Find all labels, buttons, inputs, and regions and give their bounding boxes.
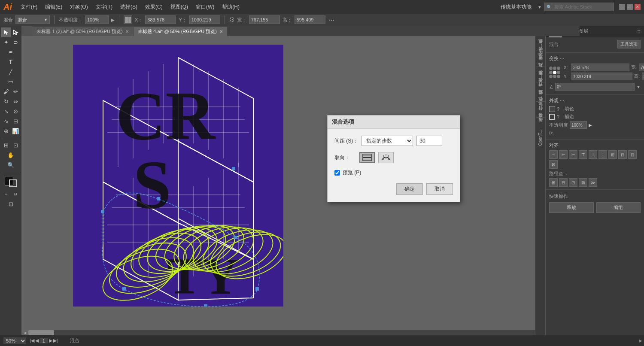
menu-select[interactable]: 选择(S): [117, 2, 141, 12]
color-guide-panel-toggle[interactable]: 颜色参...: [538, 42, 544, 49]
distribute-v-btn[interactable]: ⊟: [618, 150, 627, 159]
pathfinder-intersect-btn[interactable]: ⊡: [569, 178, 577, 187]
type-tool[interactable]: T: [1, 57, 20, 67]
paragraph-panel-toggle[interactable]: 段落: [538, 124, 544, 127]
appearance-panel-toggle[interactable]: 外观: [538, 69, 544, 72]
distribute-space-h-btn[interactable]: ⊡: [628, 150, 637, 159]
dialog-ok-btn[interactable]: 确定: [396, 183, 423, 195]
tab-0-close[interactable]: ✕: [125, 29, 129, 34]
transform-panel-toggle[interactable]: 变换: [538, 84, 544, 88]
pen-tool[interactable]: ✒: [1, 47, 20, 57]
opacity-input[interactable]: [85, 15, 109, 24]
distribute-h-btn[interactable]: ⊞: [608, 150, 617, 159]
brushes-panel-toggle[interactable]: 画笔: [538, 108, 544, 111]
align-left-btn[interactable]: ⊣: [549, 150, 558, 159]
opacity-chevron[interactable]: ▶: [111, 18, 115, 22]
dialog-cancel-btn[interactable]: 取消: [426, 183, 453, 195]
paintbrush-tool[interactable]: 🖌: [1, 87, 11, 96]
swatches-panel-toggle[interactable]: 色板: [538, 103, 544, 107]
preview-checkbox[interactable]: [334, 170, 340, 176]
status-right-arrow[interactable]: ▶: [639, 338, 642, 343]
zoom-tool[interactable]: 🔍: [1, 160, 20, 170]
menu-file[interactable]: 文件(F): [17, 2, 41, 12]
default-colors[interactable]: ⊟: [11, 189, 20, 199]
stock-search-input[interactable]: [552, 3, 612, 10]
symbols-panel-toggle[interactable]: 符号: [538, 112, 544, 115]
free-transform-tool[interactable]: ⊟: [11, 116, 20, 126]
align-top-btn[interactable]: ⊤: [579, 150, 587, 159]
orient-btn-1[interactable]: [359, 152, 375, 163]
angle-input[interactable]: [555, 83, 635, 91]
pathfinder-more-btn[interactable]: ≫: [589, 178, 597, 187]
menu-object[interactable]: 对象(O): [67, 2, 91, 12]
column-graph-tool[interactable]: 📊: [11, 126, 20, 136]
hand-tool[interactable]: ✋: [1, 150, 20, 160]
stroke-swatch[interactable]: [549, 114, 555, 120]
spacing-value-input[interactable]: [416, 136, 442, 146]
pathfinder-unite-btn[interactable]: ⊞: [549, 178, 558, 187]
orient-btn-2[interactable]: [378, 152, 394, 163]
character-panel-toggle[interactable]: 字符: [538, 119, 544, 123]
align-center-h-btn[interactable]: ⊢: [559, 150, 568, 159]
change-screen-mode[interactable]: ⊡: [1, 199, 20, 209]
menu-view[interactable]: 视图(Q): [167, 2, 191, 12]
rect-tool[interactable]: ▭: [1, 77, 20, 86]
transform-proxy[interactable]: [124, 15, 132, 24]
w-coord-input[interactable]: [639, 64, 644, 71]
horizontal-scrollbar[interactable]: ◀ ▶: [21, 330, 572, 335]
menu-help[interactable]: 帮助(H): [219, 2, 243, 12]
close-btn[interactable]: ✕: [635, 4, 641, 10]
tab-0[interactable]: 未标题-1 (2).ai* @ 50% (RGB/GPU 预览) ✕: [32, 27, 134, 36]
stroke-panel-toggle[interactable]: 描边: [538, 53, 544, 56]
blend-mode-selector[interactable]: 混合 ▼: [15, 15, 50, 24]
more-options-btn[interactable]: ⋯: [328, 16, 335, 24]
y-input[interactable]: [189, 15, 220, 24]
maximize-btn[interactable]: □: [627, 4, 633, 10]
opacity-input-pp[interactable]: [570, 121, 587, 129]
toggle-fill-stroke[interactable]: ↔: [1, 189, 11, 199]
menu-effect[interactable]: 效果(C): [142, 2, 166, 12]
transform-reference-grid[interactable]: [549, 67, 560, 79]
shear-tool[interactable]: ⊘: [11, 106, 20, 116]
scale-tool[interactable]: ⤡: [1, 106, 11, 116]
minimize-btn[interactable]: —: [619, 4, 625, 10]
symbol-spray-tool[interactable]: ⊕: [1, 126, 11, 136]
x-input[interactable]: [145, 15, 176, 24]
rotate-tool[interactable]: ↻: [1, 97, 11, 106]
menu-window[interactable]: 窗口(W): [192, 2, 218, 12]
align-right-btn[interactable]: ⊢: [569, 150, 577, 159]
pathfinder-panel-toggle[interactable]: 路径查...: [538, 93, 544, 100]
lasso-tool[interactable]: ⊃: [11, 37, 20, 47]
opacity-expand-btn[interactable]: ▶: [589, 123, 592, 127]
menu-edit[interactable]: 编辑(E): [42, 2, 66, 12]
angle-chevron[interactable]: ▼: [636, 85, 641, 89]
magic-wand-tool[interactable]: ✦: [1, 37, 11, 47]
pathfinder-exclude-btn[interactable]: ⊠: [579, 178, 587, 187]
fill-stroke-indicator[interactable]: [3, 175, 18, 188]
workspace-selector[interactable]: 传统基本功能: [497, 2, 535, 12]
transform-more-btn[interactable]: ⋯: [560, 56, 564, 61]
artboard-tool[interactable]: ⊞: [1, 140, 11, 150]
fill-swatch[interactable]: [549, 106, 555, 112]
align-center-v-btn[interactable]: ⊥: [589, 150, 597, 159]
graphic-styles-panel-toggle[interactable]: 图形样...: [538, 73, 544, 80]
line-tool[interactable]: ╱: [1, 67, 20, 76]
y-coord-input[interactable]: [571, 73, 632, 80]
transparency-panel-toggle[interactable]: 透明度: [538, 61, 544, 65]
selection-tool[interactable]: [1, 27, 11, 37]
spacing-select[interactable]: 指定的步数 指定的距离 平滑颜色: [361, 136, 413, 146]
slice-tool[interactable]: ⊡: [11, 140, 20, 150]
tab-1[interactable]: 未标题-4.ai* @ 50% (RGB/GPU 预览) ✕: [134, 27, 228, 36]
pencil-tool[interactable]: ✏: [11, 87, 20, 96]
warp-tool[interactable]: ∿: [1, 116, 11, 126]
x-coord-input[interactable]: [571, 64, 629, 71]
gradient-panel-toggle[interactable]: 渐变: [538, 57, 544, 61]
h-coord-input[interactable]: [642, 73, 644, 80]
expand-btn[interactable]: 编组: [596, 202, 641, 213]
reflect-tool[interactable]: ⇔: [11, 97, 20, 106]
align-bottom-btn[interactable]: ⊥: [598, 150, 607, 159]
preview-label[interactable]: 预览 (P): [343, 169, 361, 176]
color-panel-toggle[interactable]: 颜色: [538, 38, 544, 41]
tab-1-close[interactable]: ✕: [219, 29, 223, 34]
menu-text[interactable]: 文字(T): [92, 2, 116, 12]
